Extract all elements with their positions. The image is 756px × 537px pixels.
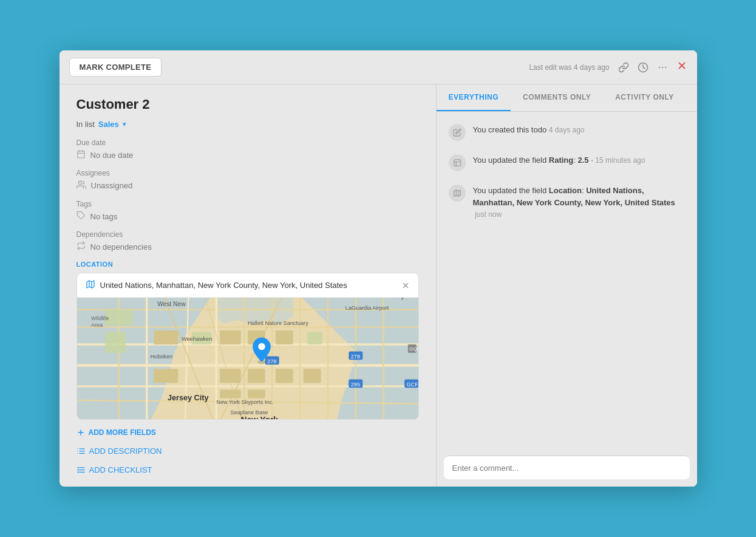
svg-text:LaGuardia Airport: LaGuardia Airport — [345, 305, 389, 311]
list-name[interactable]: Sales — [98, 120, 119, 129]
svg-rect-47 — [154, 330, 178, 344]
svg-rect-43 — [303, 369, 321, 383]
activity-edit-icon — [449, 124, 466, 141]
assignees-field: Assignees Unassigned — [77, 169, 419, 191]
dependencies-text: No dependencies — [90, 242, 152, 251]
svg-rect-39 — [275, 330, 293, 344]
due-date-field: Due date No due date — [77, 139, 419, 160]
tags-field: Tags No tags — [77, 200, 419, 222]
location-value: United Nations, Manhattan, New York Coun… — [100, 281, 347, 290]
due-date-label: Due date — [77, 139, 419, 147]
svg-text:278: 278 — [350, 354, 359, 360]
add-description-label: ADD DESCRIPTION — [89, 446, 162, 456]
comment-input[interactable] — [452, 463, 681, 473]
modal-body: Customer 2 In list Sales ▾ Due date No d… — [60, 84, 697, 487]
svg-point-1 — [658, 66, 659, 67]
svg-rect-88 — [454, 160, 460, 166]
svg-text:Weehawken: Weehawken — [182, 336, 212, 342]
svg-rect-6 — [77, 151, 84, 158]
location-section: Location United Nations, Manhatt — [77, 261, 419, 420]
chevron-down-icon[interactable]: ▾ — [123, 120, 126, 128]
left-panel: Customer 2 In list Sales ▾ Due date No d… — [60, 84, 436, 487]
assignees-value[interactable]: Unassigned — [77, 180, 419, 191]
svg-text:Hallett Nature Sanctuary: Hallett Nature Sanctuary — [247, 320, 308, 326]
close-button[interactable] — [676, 60, 687, 74]
tab-comments[interactable]: COMMENTS ONLY — [511, 84, 603, 111]
assignees-label: Assignees — [77, 169, 419, 177]
due-date-value[interactable]: No due date — [77, 149, 419, 160]
svg-rect-50 — [104, 332, 125, 352]
tab-everything[interactable]: EVERYTHING — [437, 84, 511, 111]
calendar-icon — [77, 149, 86, 160]
tags-value[interactable]: No tags — [77, 211, 419, 222]
activity-item: You created this todo 4 days ago — [449, 124, 685, 141]
location-label: Location — [77, 261, 419, 268]
svg-marker-91 — [454, 190, 460, 197]
svg-rect-37 — [220, 330, 240, 344]
location-name-row: United Nations, Manhattan, New York Coun… — [86, 279, 347, 291]
dependencies-value[interactable]: No dependencies — [77, 241, 419, 252]
last-edit-label: Last edit was 4 days ago — [529, 63, 609, 72]
svg-text:Wildlife: Wildlife — [90, 315, 109, 321]
svg-text:West New: West New — [157, 301, 185, 307]
svg-point-3 — [665, 66, 666, 67]
activity-feed: You created this todo 4 days ago You upd… — [437, 112, 697, 451]
tag-icon — [77, 211, 86, 222]
add-checklist-label: ADD CHECKLIST — [89, 465, 152, 474]
activity-rating-icon — [449, 154, 466, 171]
svg-text:Seaplane Base: Seaplane Base — [230, 409, 268, 416]
mark-complete-button[interactable]: MARK COMPLETE — [69, 58, 162, 77]
more-options-icon[interactable] — [657, 62, 668, 73]
tags-text: No tags — [90, 212, 118, 221]
task-title: Customer 2 — [77, 97, 419, 112]
activity-item: You updated the field Location: United N… — [449, 185, 685, 221]
svg-text:GQP: GQP — [409, 346, 418, 352]
task-modal: MARK COMPLETE Last edit was 4 days ago — [60, 50, 697, 487]
svg-text:Hoboken: Hoboken — [150, 354, 172, 360]
tags-label: Tags — [77, 200, 419, 208]
svg-rect-42 — [275, 369, 293, 383]
svg-text:✈: ✈ — [398, 298, 406, 302]
reminder-icon[interactable] — [638, 62, 649, 73]
activity-location-icon — [449, 185, 466, 202]
svg-rect-51 — [104, 310, 132, 325]
svg-text:Jersey City: Jersey City — [168, 394, 208, 402]
activity-item: You updated the field Rating: 2.5 · 15 m… — [449, 154, 685, 171]
in-list-label: In list — [77, 120, 95, 129]
svg-point-75 — [258, 343, 265, 350]
activity-tabs: EVERYTHING COMMENTS ONLY ACTIVITY ONLY — [437, 84, 697, 112]
due-date-text: No due date — [90, 151, 134, 160]
activity-text-2: You updated the field Rating: 2.5 · 15 m… — [473, 154, 645, 166]
add-more-fields-button[interactable]: ADD MORE FIELDS — [77, 428, 419, 437]
right-panel: EVERYTHING COMMENTS ONLY ACTIVITY ONLY Y… — [436, 84, 697, 487]
link-icon[interactable] — [618, 62, 629, 73]
svg-rect-46 — [154, 369, 178, 383]
comment-box[interactable] — [444, 456, 690, 479]
svg-text:New York Skyports Inc.: New York Skyports Inc. — [216, 399, 273, 405]
person-icon — [77, 180, 86, 191]
location-card: United Nations, Manhattan, New York Coun… — [77, 273, 419, 420]
location-close-button[interactable] — [401, 281, 410, 290]
add-checklist-button[interactable]: ADD CHECKLIST — [77, 465, 419, 474]
svg-marker-12 — [87, 281, 94, 288]
dependency-icon — [77, 241, 86, 252]
svg-rect-41 — [248, 369, 265, 383]
svg-rect-40 — [220, 369, 240, 383]
svg-text:New York: New York — [240, 416, 278, 419]
svg-rect-49 — [307, 332, 322, 344]
svg-text:GCF: GCF — [406, 381, 418, 388]
location-map-icon — [86, 279, 95, 291]
modal-header: MARK COMPLETE Last edit was 4 days ago — [60, 50, 697, 84]
location-header: United Nations, Manhattan, New York Coun… — [77, 273, 418, 298]
svg-text:278: 278 — [267, 358, 276, 364]
svg-rect-44 — [220, 390, 240, 398]
svg-point-10 — [78, 181, 81, 184]
svg-rect-45 — [248, 390, 265, 398]
tab-activity[interactable]: ACTIVITY ONLY — [603, 84, 686, 111]
svg-text:Area: Area — [90, 322, 103, 328]
dependencies-field: Dependencies No dependencies — [77, 230, 419, 252]
map-container: Wildlife Area West New Weehawken Hallett… — [77, 298, 418, 419]
in-list-row: In list Sales ▾ — [77, 120, 419, 129]
add-description-button[interactable]: ADD DESCRIPTION — [77, 446, 419, 456]
add-more-fields-label: ADD MORE FIELDS — [89, 428, 156, 437]
